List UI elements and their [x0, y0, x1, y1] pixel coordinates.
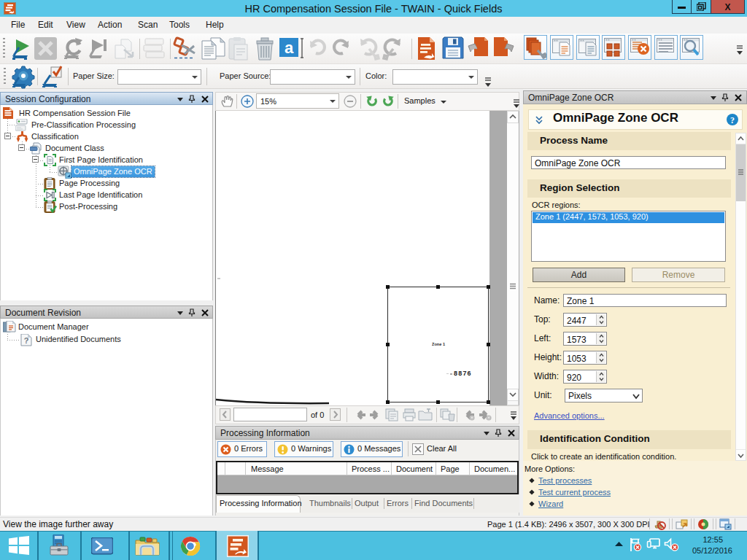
svg-text:a: a: [285, 39, 294, 57]
svg-text:?: ?: [24, 336, 29, 345]
